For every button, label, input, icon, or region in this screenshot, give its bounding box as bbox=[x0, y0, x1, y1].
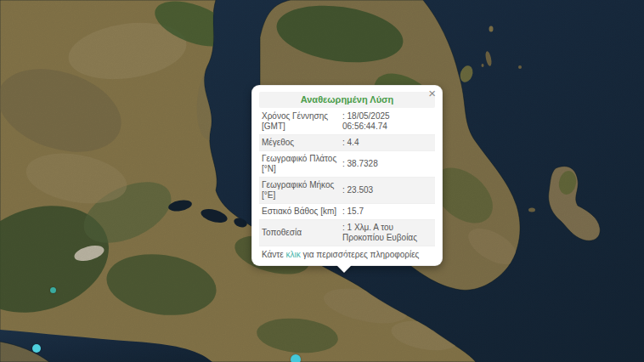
row-label: Χρόνος Γέννησης [GMT] bbox=[259, 109, 340, 135]
footer-text-pre: Κάντε bbox=[262, 250, 286, 259]
row-value: : 1 Χλμ. Α του Προκοπίου Ευβοίας bbox=[340, 220, 435, 246]
row-value: : 18/05/2025 06:56:44.74 bbox=[340, 109, 435, 135]
popup-title: Αναθεωρημένη Λύση bbox=[259, 92, 435, 108]
row-label: Τοποθεσία bbox=[259, 220, 340, 246]
row-value: : 4.4 bbox=[340, 135, 435, 151]
row-latitude: Γεωγραφικό Πλάτος [°N] : 38.7328 bbox=[259, 151, 435, 178]
earthquake-marker-inland[interactable] bbox=[50, 287, 56, 293]
row-location: Τοποθεσία : 1 Χλμ. Α του Προκοπίου Ευβοί… bbox=[259, 220, 435, 246]
row-magnitude: Μέγεθος : 4.4 bbox=[259, 135, 435, 151]
footer-text-post: για περισσότερες πληροφορίες bbox=[301, 250, 420, 259]
row-label: Γεωγραφικό Πλάτος [°N] bbox=[259, 151, 340, 178]
earthquake-marker-bottom[interactable] bbox=[291, 354, 301, 362]
row-value: : 23.503 bbox=[340, 178, 435, 204]
earthquake-popup: × Αναθεωρημένη Λύση Χρόνος Γέννησης [GMT… bbox=[251, 85, 443, 266]
row-label: Εστιακό Βάθος [km] bbox=[259, 204, 340, 220]
row-origin-time: Χρόνος Γέννησης [GMT] : 18/05/2025 06:56… bbox=[259, 109, 435, 135]
earthquake-details-table: Χρόνος Γέννησης [GMT] : 18/05/2025 06:56… bbox=[259, 109, 435, 246]
row-value: : 38.7328 bbox=[340, 151, 435, 178]
row-value: : 15.7 bbox=[340, 204, 435, 220]
map-view: × Αναθεωρημένη Λύση Χρόνος Γέννησης [GMT… bbox=[0, 0, 644, 362]
row-longitude: Γεωγραφικό Μήκος [°E] : 23.503 bbox=[259, 178, 435, 204]
earthquake-marker-gulf[interactable] bbox=[32, 344, 41, 353]
row-depth: Εστιακό Βάθος [km] : 15.7 bbox=[259, 204, 435, 220]
row-label: Γεωγραφικό Μήκος [°E] bbox=[259, 178, 340, 204]
more-info-link[interactable]: κλικ bbox=[286, 250, 301, 259]
popup-close-icon[interactable]: × bbox=[428, 87, 436, 99]
row-label: Μέγεθος bbox=[259, 135, 340, 151]
